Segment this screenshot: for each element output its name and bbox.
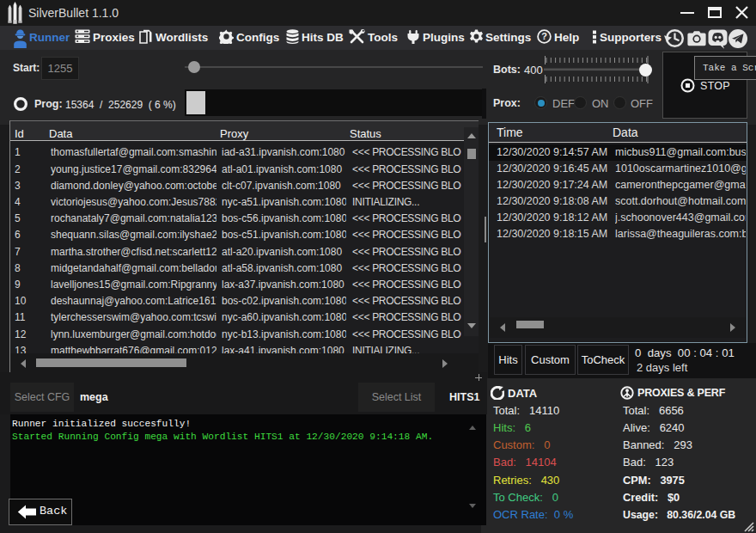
svg-text:?: ? bbox=[541, 31, 547, 41]
